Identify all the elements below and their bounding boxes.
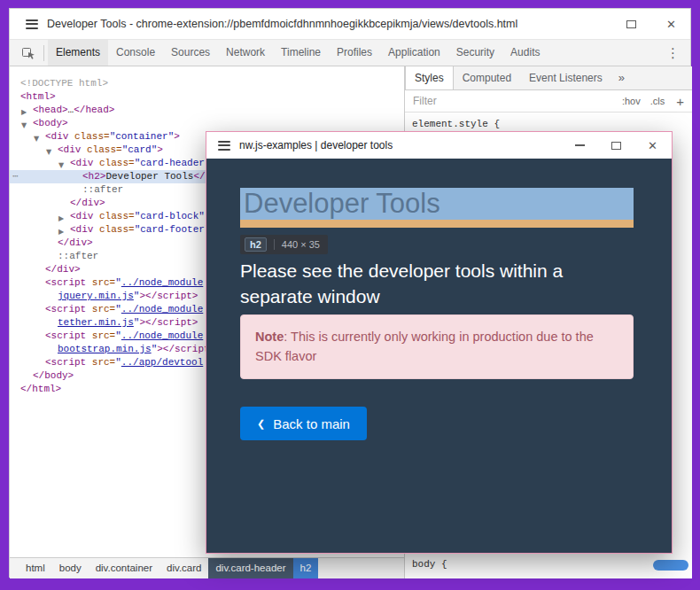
app-window-body: Developer Tools h2 440 × 35 Please see t…	[206, 159, 672, 553]
inspected-heading-highlight: Developer Tools	[240, 188, 634, 220]
maximize-button[interactable]	[626, 20, 636, 28]
code-segment: <h2>	[82, 171, 105, 182]
code-segment: src=	[86, 330, 115, 341]
devtools-window-title: Developer Tools - chrome-extension://pbe…	[47, 18, 517, 30]
note-alert: Note: This is currently only working in …	[240, 314, 634, 379]
code-segment: "	[115, 357, 121, 368]
code-segment: ../node_module	[121, 304, 203, 314]
close-button[interactable]: ✕	[666, 19, 676, 30]
app-close-button[interactable]: ✕	[648, 140, 657, 151]
code-segment: "container"	[110, 131, 175, 142]
crumb-div-card[interactable]: div.card	[159, 558, 208, 578]
crumb-body[interactable]: body	[52, 558, 89, 578]
devtools-app-icon	[26, 19, 38, 29]
code-segment: </div>	[70, 198, 105, 208]
sidebar-tab-event-listeners[interactable]: Event Listeners	[520, 66, 611, 89]
code-segment: ::after	[82, 184, 123, 195]
code-segment: ></script>	[139, 317, 198, 328]
code-segment: "card"	[122, 144, 158, 155]
hov-toggle[interactable]: :hov	[622, 96, 641, 106]
code-segment: </body>	[33, 370, 74, 381]
code-segment: </html>	[20, 384, 61, 394]
code-segment: <!DOCTYPE html>	[20, 78, 108, 89]
tab-audits[interactable]: Audits	[502, 40, 548, 66]
tooltip-tag-badge: h2	[245, 237, 267, 252]
code-segment: class=	[68, 131, 109, 142]
code-segment: <script	[45, 330, 86, 341]
code-segment: </div>	[45, 264, 81, 275]
node-menu-icon[interactable]: ⋯	[12, 170, 19, 183]
dom-node[interactable]: <!DOCTYPE html>	[10, 77, 404, 90]
breadcrumb: htmlbodydiv.containerdiv.carddiv.card-he…	[10, 557, 404, 578]
code-segment: <script	[45, 277, 86, 288]
code-segment: ../node_module	[121, 277, 203, 288]
crumb-div-card-header[interactable]: div.card-header	[208, 558, 292, 578]
chevron-left-icon: ❮	[257, 419, 265, 429]
styles-filter-input[interactable]: Filter	[413, 95, 612, 107]
code-segment: ../node_module	[121, 330, 203, 341]
code-segment: class=	[93, 211, 134, 221]
crumb-div-container[interactable]: div.container	[89, 558, 159, 578]
crumb-h2[interactable]: h2	[293, 558, 319, 578]
code-segment: class=	[81, 144, 121, 155]
screen-frame: Developer Tools - chrome-extension://pbe…	[0, 0, 700, 590]
tooltip-dimensions: 440 × 35	[282, 239, 320, 250]
scrollbar-thumb[interactable]	[653, 560, 688, 571]
code-segment: >	[174, 131, 180, 142]
code-segment: ../app/devtool	[121, 357, 203, 368]
tab-sources[interactable]: Sources	[163, 40, 218, 66]
more-tabs-icon[interactable]: »	[618, 66, 625, 89]
code-segment: <div	[70, 211, 93, 221]
code-segment: >	[157, 144, 163, 155]
app-window: nw.js-examples | developer tools ✕ Devel…	[206, 131, 673, 554]
tab-profiles[interactable]: Profiles	[329, 40, 380, 66]
sidebar-tab-computed[interactable]: Computed	[454, 66, 520, 89]
cls-toggle[interactable]: .cls	[650, 96, 665, 106]
element-style-rule: element.style {	[405, 113, 692, 129]
code-segment: <div	[58, 144, 81, 155]
back-to-main-label: Back to main	[273, 416, 350, 431]
code-segment: <script	[45, 304, 86, 314]
tab-timeline[interactable]: Timeline	[273, 40, 329, 66]
code-segment: <head>	[33, 105, 68, 115]
app-window-title: nw.js-examples | developer tools	[239, 139, 393, 151]
page-title: Developer Tools	[240, 188, 440, 219]
crumb-html[interactable]: html	[19, 558, 52, 578]
new-style-rule-button[interactable]: +	[676, 94, 684, 109]
code-segment: "card-block"	[135, 211, 205, 221]
devtools-toolbar: ElementsConsoleSourcesNetworkTimelinePro…	[10, 40, 690, 66]
code-segment: "	[115, 277, 121, 288]
dom-node[interactable]: ▼<body>	[10, 117, 404, 130]
toolbar-separator	[43, 45, 44, 61]
kebab-menu-icon[interactable]: ⋮	[666, 40, 680, 66]
tab-console[interactable]: Console	[108, 40, 163, 66]
code-segment: <script	[45, 357, 86, 368]
app-window-controls: ✕	[575, 132, 657, 159]
tab-network[interactable]: Network	[218, 40, 273, 66]
code-segment: bootstrap.min.js	[58, 344, 152, 354]
code-segment: <html>	[20, 91, 56, 102]
tab-security[interactable]: Security	[448, 40, 502, 66]
tab-elements[interactable]: Elements	[48, 40, 108, 66]
app-maximize-button[interactable]	[611, 142, 621, 150]
code-segment: "card-header	[135, 158, 205, 168]
code-segment: <div	[70, 158, 93, 168]
app-window-titlebar: nw.js-examples | developer tools ✕	[206, 132, 672, 159]
code-segment: src=	[86, 277, 115, 288]
dom-node[interactable]: ▶<head>…</head>	[10, 104, 404, 117]
back-to-main-button[interactable]: ❮ Back to main	[240, 407, 367, 440]
tab-application[interactable]: Application	[380, 40, 448, 66]
inspect-element-icon[interactable]	[20, 45, 36, 61]
code-segment: "	[115, 304, 121, 314]
code-segment: tether.min.js	[58, 317, 134, 328]
app-minimize-button[interactable]	[575, 144, 585, 146]
code-segment: Developer Tools	[105, 171, 193, 182]
tooltip-separator	[274, 239, 275, 250]
inspect-tooltip: h2 440 × 35	[240, 235, 328, 254]
note-alert-text: : This is currently only working in prod…	[255, 330, 594, 363]
sidebar-tab-styles[interactable]: Styles	[405, 66, 454, 89]
app-heading: Please see the developer tools within a …	[240, 258, 621, 310]
body-style-rule: body {	[405, 559, 447, 570]
code-segment: ::after	[58, 251, 98, 261]
dom-node[interactable]: <html>	[10, 90, 404, 104]
